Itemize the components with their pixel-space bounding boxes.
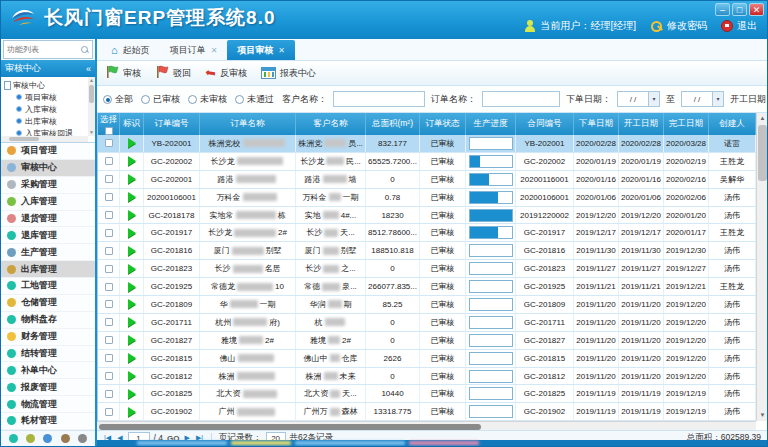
row-checkbox[interactable] [105,157,113,165]
order-name-input[interactable] [482,91,560,107]
table-row[interactable]: GC-201711 杭州府) 杭 0 已审核 GC-201711 [98,314,756,332]
row-checkbox[interactable] [105,229,113,237]
row-checkbox[interactable] [105,372,113,380]
strip-icon[interactable] [61,434,70,443]
row-checkbox[interactable] [105,193,113,201]
sidebar-module-item[interactable]: 审核中心 [1,160,95,177]
sidebar-module-item[interactable]: 入库管理 [1,194,95,211]
header-progress[interactable]: 生产进度 [466,113,516,135]
sidebar-module-item[interactable]: 财务管理 [1,329,95,346]
tab[interactable]: ⌂ 起始页 ✕ [101,40,160,60]
scroll-up-icon[interactable]: ▲ [88,77,95,84]
table-row[interactable]: GC-201809 华一期 华润期 85.25 已审核 GC-201809 [98,296,756,314]
strip-icon[interactable] [9,434,18,443]
toolbar-button[interactable]: 报表中心 [261,67,316,80]
scroll-down-icon[interactable]: ▼ [88,129,95,136]
table-vertical-scrollbar[interactable]: ▲ ▼ [756,113,767,421]
sidebar-panel-header[interactable]: 审核中心 « [1,60,95,77]
tab-close-icon[interactable]: ✕ [211,46,218,55]
change-password-button[interactable]: 修改密码 [650,19,707,33]
scroll-up-icon[interactable]: ▲ [757,113,768,124]
table-horizontal-scrollbar[interactable] [97,421,756,430]
sidebar-module-item[interactable]: 报废管理 [1,379,95,396]
toolbar-button[interactable]: ➦ 反审核 [205,67,247,80]
tree-item[interactable]: 项目审核 [4,91,95,103]
hscroll-thumb[interactable] [99,424,481,430]
function-search-input[interactable] [7,45,81,54]
tree-root-audit-center[interactable]: 审核中心 [4,79,95,91]
header-order-no[interactable]: 订单编号 [144,113,200,135]
customer-name-input[interactable] [333,91,425,107]
row-checkbox[interactable] [105,265,113,273]
table-row[interactable]: GC-202002 长沙龙 长沙龙民... 65525.7200... 已审核 … [98,153,756,171]
header-order-name[interactable]: 订单名称 [200,113,296,135]
header-finish-date[interactable]: 完工日期 [664,113,709,135]
table-row[interactable]: GC-201812 株洲 株洲未来 0 已审核 GC-201812 [98,368,756,386]
table-row[interactable]: GC-201825 北大资 北大资天... 10440 已审核 GC-20182… [98,385,756,403]
row-checkbox[interactable] [105,247,113,255]
dropdown-icon[interactable]: ▾ [648,92,659,106]
row-checkbox[interactable] [105,336,113,344]
table-row[interactable]: GC-201816 厦门别墅 厦门别墅 188510.818 已审核 GC-20… [98,242,756,260]
sidebar-module-item[interactable]: 仓储管理 [1,295,95,312]
header-flag[interactable]: 标识 [120,113,144,135]
order-date-to-picker[interactable]: / / ▾ [681,91,724,107]
strip-icon[interactable] [78,434,87,443]
status-radio[interactable]: 未通过 [235,93,274,106]
scroll-down-icon[interactable]: ▼ [757,410,768,421]
sidebar-module-item[interactable]: 项目管理 [1,143,95,160]
row-checkbox[interactable] [105,390,113,398]
select-all-checkbox[interactable] [105,127,113,135]
table-row[interactable]: GC-201827 雅境2# 雅境2# 0 已审核 GC-201827 [98,332,756,350]
tab-close-icon[interactable]: ✕ [278,46,285,55]
sidebar-module-item[interactable]: 物流管理 [1,396,95,413]
row-checkbox[interactable] [105,318,113,326]
sidebar-module-item[interactable]: 采购管理 [1,177,95,194]
sidebar-module-item[interactable]: 物料盘存 [1,312,95,329]
tree-vertical-scrollbar[interactable]: ▲ ▼ [88,77,95,136]
sidebar-module-item[interactable]: 退库管理 [1,227,95,244]
row-checkbox[interactable] [105,139,113,147]
maximize-button[interactable]: □ [732,3,747,16]
header-area[interactable]: 总面积(m²) [366,113,420,135]
tree-item[interactable]: 入库审核 [4,103,95,115]
strip-icon[interactable] [43,434,52,443]
header-status[interactable]: 订单状态 [420,113,466,135]
sidebar-module-item[interactable]: 出库管理 [1,261,95,278]
tab[interactable]: ⌂ 项目订单 ✕ [160,40,228,60]
header-contract[interactable]: 合同编号 [516,113,574,135]
table-row[interactable]: GC-201917 长沙龙2# 长沙天... 8512.78600... 已审核… [98,224,756,242]
table-row[interactable]: GC-201823 长沙名居 长沙之... 0 已审核 GC-201823 [98,260,756,278]
table-row[interactable]: GC-202001 路港 路港墙 0 已审核 20200116001 [98,171,756,189]
row-checkbox[interactable] [105,175,113,183]
table-row[interactable]: GC-201925 常德龙10 常德泉... 266077.835... 已审核… [98,278,756,296]
row-checkbox[interactable] [105,283,113,291]
toolbar-button[interactable]: 审核 [105,65,141,81]
table-row[interactable]: YB-202001 株洲党校 株洲党员... 832.177 已审核 YB-20… [98,135,756,153]
sidebar-module-item[interactable]: 结转管理 [1,346,95,363]
table-row[interactable]: GC-201815 佛山 佛山中仓库 2626 已审核 GC-201815 [98,350,756,368]
header-order-date[interactable]: 下单日期 [574,113,619,135]
sidebar-module-item[interactable]: 退货管理 [1,211,95,228]
sidebar-module-item[interactable]: 补单中心 [1,362,95,379]
row-checkbox[interactable] [105,408,113,416]
minimize-button[interactable]: – [715,3,730,16]
header-creator[interactable]: 创建人 [709,113,756,135]
strip-icon[interactable] [26,434,35,443]
header-start-date[interactable]: 开工日期 [619,113,664,135]
tree-scroll-thumb[interactable] [89,85,94,103]
dropdown-icon[interactable]: ▾ [712,92,723,106]
close-button[interactable]: ✕ [749,3,764,16]
tab[interactable]: ⌂ 项目审核 ✕ [227,40,295,60]
toolbar-button[interactable]: 驳回 [155,65,191,81]
sidebar-module-item[interactable]: 耗材管理 [1,413,95,430]
table-row[interactable]: 20200106001 万科金 万科金一期 0.78 已审核 202001060… [98,189,756,207]
table-row[interactable]: GC-2018178 实地常栋 实地4#... 18230 已审核 201912… [98,207,756,225]
row-checkbox[interactable] [105,211,113,219]
table-row[interactable]: GC-201902 广州 广州万森林 13318.775 已审核 GC-2019… [98,403,756,421]
vscroll-thumb[interactable] [758,125,767,181]
sidebar-module-item[interactable]: 工地管理 [1,278,95,295]
function-search[interactable] [3,40,93,59]
sidebar-module-item[interactable]: 生产管理 [1,244,95,261]
tree-item[interactable]: 出库审核 [4,115,95,127]
